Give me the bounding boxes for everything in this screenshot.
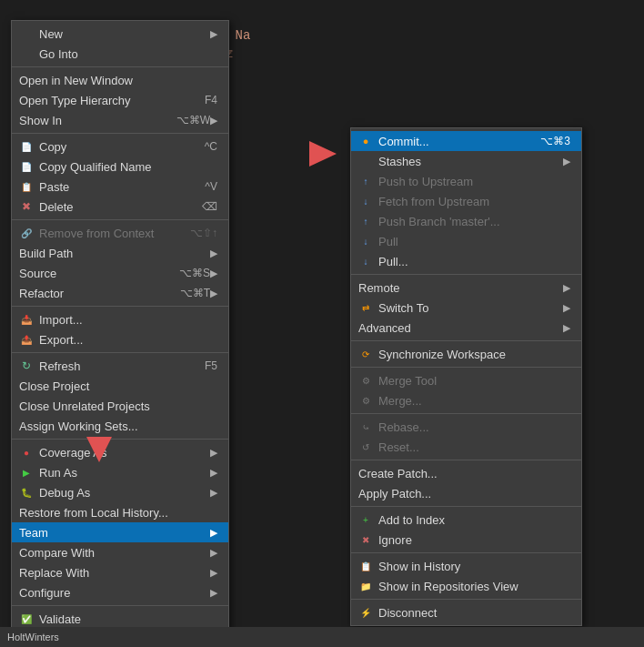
status-text: HoltWinters <box>7 632 59 642</box>
menu-item-push-branch[interactable]: ↑ Push Branch 'master'... <box>351 211 581 231</box>
menu-item-pull-no-dialog[interactable]: ↓ Pull <box>351 231 581 251</box>
switch-to-label: Switch To <box>378 301 563 315</box>
sep-6 <box>12 439 228 440</box>
menu-item-coverage[interactable]: ● Coverage As ▶ <box>12 442 228 462</box>
assign-working-label: Assign Working Sets... <box>19 420 217 433</box>
configure-label: Configure <box>19 586 210 600</box>
stashes-icon <box>358 154 373 168</box>
stashes-label: Stashes <box>378 155 563 168</box>
refresh-icon: ↻ <box>19 359 34 373</box>
remove-context-icon: 🔗 <box>19 226 34 240</box>
source-label: Source <box>19 267 161 280</box>
fetch-upstream-label: Fetch from Upstream <box>378 195 570 208</box>
disconnect-icon: ⚡ <box>358 605 373 620</box>
debug-icon: 🐛 <box>19 485 34 500</box>
menu-item-ignore[interactable]: ✖ Ignore <box>351 530 581 550</box>
menu-item-disconnect[interactable]: ⚡ Disconnect <box>351 602 581 622</box>
sep-4 <box>12 306 228 307</box>
menu-item-advanced[interactable]: Advanced ▶ <box>351 318 581 338</box>
menu-item-remove-context[interactable]: 🔗 Remove from Context ⌥⇧↑ <box>12 223 228 243</box>
show-in-label: Show In <box>19 114 158 127</box>
sep-r7 <box>351 552 581 553</box>
sep-r2 <box>351 340 581 341</box>
menu-item-pull-dialog[interactable]: ↓ Pull... <box>351 251 581 271</box>
menu-item-open-type[interactable]: Open Type Hierarchy F4 <box>12 90 228 110</box>
menu-item-replace-with[interactable]: Replace With ▶ <box>12 562 228 582</box>
menu-item-switch-to[interactable]: ⇄ Switch To ▶ <box>351 298 581 318</box>
menu-item-show-in[interactable]: Show In ⌥⌘W ▶ <box>12 110 228 130</box>
menu-item-refresh[interactable]: ↻ Refresh F5 <box>12 356 228 376</box>
merge-label: Merge... <box>378 394 570 408</box>
open-type-label: Open Type Hierarchy <box>19 94 186 107</box>
create-patch-label: Create Patch... <box>358 467 570 480</box>
menu-item-rebase[interactable]: ⤿ Rebase... <box>351 417 581 437</box>
add-index-label: Add to Index <box>378 513 570 527</box>
menu-item-debug-as[interactable]: 🐛 Debug As ▶ <box>12 482 228 502</box>
close-project-label: Close Project <box>19 379 217 393</box>
menu-item-apply-patch[interactable]: Apply Patch... <box>351 483 581 503</box>
commit-label: Commit... <box>378 135 522 148</box>
apply-patch-label: Apply Patch... <box>358 487 570 500</box>
push-branch-icon: ↑ <box>358 214 373 228</box>
menu-item-close-unrelated[interactable]: Close Unrelated Projects <box>12 396 228 416</box>
left-context-menu: New ▶ Go Into Open in New Window Open Ty… <box>11 20 229 647</box>
menu-item-run-as[interactable]: ▶ Run As ▶ <box>12 462 228 482</box>
refactor-label: Refactor <box>19 287 162 300</box>
menu-item-merge[interactable]: ⚙ Merge... <box>351 390 581 410</box>
menu-item-close-project[interactable]: Close Project <box>12 376 228 396</box>
validate-label: Validate <box>39 612 217 626</box>
ignore-icon: ✖ <box>358 532 373 547</box>
menu-item-new[interactable]: New ▶ <box>12 24 228 44</box>
rebase-icon: ⤿ <box>358 420 373 434</box>
menu-item-commit[interactable]: ● Commit... ⌥⌘3 <box>351 131 581 151</box>
menu-item-merge-tool[interactable]: ⚙ Merge Tool <box>351 370 581 390</box>
menu-item-validate[interactable]: ✅ Validate <box>12 609 228 629</box>
menu-item-team[interactable]: Team ▶ <box>12 522 228 542</box>
menu-item-assign-working[interactable]: Assign Working Sets... <box>12 416 228 436</box>
close-unrelated-label: Close Unrelated Projects <box>19 399 217 413</box>
menu-item-export[interactable]: 📤 Export... <box>12 329 228 349</box>
menu-item-sync-workspace[interactable]: ⟳ Synchronize Workspace <box>351 344 581 364</box>
menu-item-import[interactable]: 📥 Import... <box>12 309 228 329</box>
menu-item-delete[interactable]: ✖ Delete ⌫ <box>12 197 228 217</box>
validate-icon: ✅ <box>19 612 34 626</box>
menu-item-copy[interactable]: 📄 Copy ^C <box>12 136 228 157</box>
remove-context-label: Remove from Context <box>39 227 172 240</box>
menu-item-go-into[interactable]: Go Into <box>12 44 228 64</box>
menu-item-remote[interactable]: Remote ▶ <box>351 278 581 298</box>
menu-item-show-repositories[interactable]: 📁 Show in Repositories View <box>351 576 581 596</box>
merge-tool-label: Merge Tool <box>378 374 570 388</box>
menu-item-add-index[interactable]: + Add to Index <box>351 510 581 530</box>
menu-item-copy-qualified[interactable]: 📄 Copy Qualified Name <box>12 157 228 177</box>
menu-item-stashes[interactable]: Stashes ▶ <box>351 151 581 171</box>
menu-item-paste[interactable]: 📋 Paste ^V <box>12 177 228 197</box>
coverage-icon: ● <box>19 445 34 460</box>
menu-item-reset[interactable]: ↺ Reset... <box>351 437 581 457</box>
pull-dialog-icon: ↓ <box>358 254 373 268</box>
menu-item-compare-with[interactable]: Compare With ▶ <box>12 542 228 562</box>
menu-item-create-patch[interactable]: Create Patch... <box>351 463 581 483</box>
delete-label: Delete <box>39 200 184 214</box>
sep-r1 <box>351 274 581 275</box>
menu-item-build-path[interactable]: Build Path ▶ <box>12 243 228 263</box>
menu-item-restore-local[interactable]: Restore from Local History... <box>12 502 228 522</box>
debug-label: Debug As <box>39 486 210 500</box>
menu-item-open-window[interactable]: Open in New Window <box>12 70 228 90</box>
build-path-label: Build Path <box>19 247 210 260</box>
sep-3 <box>12 219 228 220</box>
remote-label: Remote <box>358 281 563 295</box>
paste-label: Paste <box>39 180 186 194</box>
import-icon: 📥 <box>19 312 34 327</box>
menu-item-refactor[interactable]: Refactor ⌥⌘T ▶ <box>12 283 228 303</box>
menu-item-fetch-upstream[interactable]: ↓ Fetch from Upstream <box>351 191 581 211</box>
team-label: Team <box>19 526 210 540</box>
menu-item-source[interactable]: Source ⌥⌘S ▶ <box>12 263 228 283</box>
refresh-label: Refresh <box>39 359 186 373</box>
menu-item-configure[interactable]: Configure ▶ <box>12 582 228 602</box>
sep-r5 <box>351 460 581 460</box>
menu-item-show-history[interactable]: 📋 Show in History <box>351 556 581 576</box>
pull-no-dialog-label: Pull <box>378 235 570 248</box>
status-bar: HoltWinters <box>0 627 644 647</box>
copy-label: Copy <box>39 140 186 154</box>
menu-item-push-upstream[interactable]: ↑ Push to Upstream <box>351 171 581 191</box>
